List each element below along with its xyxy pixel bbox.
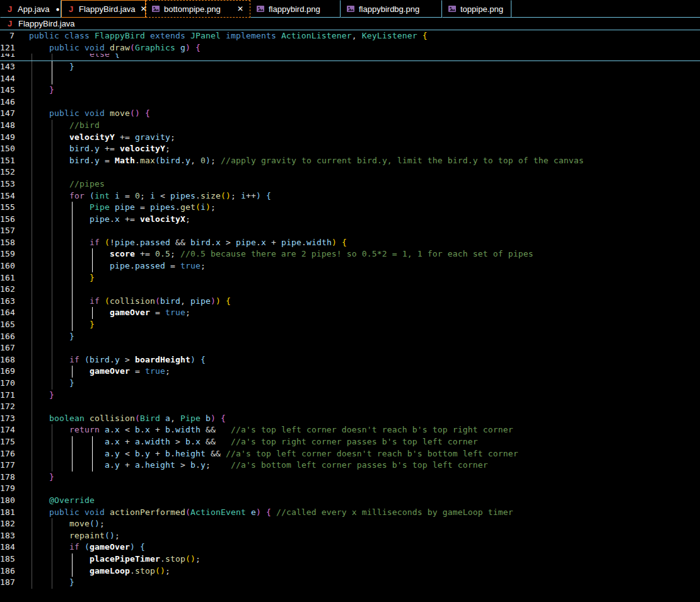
code-line[interactable]: 186 gameLoop.stop(); <box>0 565 700 577</box>
image-file-icon <box>256 5 265 13</box>
code-line[interactable]: 165 } <box>0 319 700 331</box>
code-line[interactable]: 161 } <box>0 272 700 284</box>
indent-guide <box>52 272 52 284</box>
line-number: 151 <box>0 155 15 167</box>
code-line[interactable]: 180 @Override <box>0 495 700 507</box>
code-line[interactable]: 7public class FlappyBird extends JPanel … <box>0 30 700 42</box>
code-line[interactable]: 143 } <box>0 61 700 73</box>
indent-guide <box>32 472 32 483</box>
code-lines[interactable]: 143 }144145 }146147 public void move() {… <box>0 61 700 589</box>
line-number: 155 <box>0 202 15 214</box>
tab-FlappyBird.java[interactable]: JFlappyBird.java✕ <box>61 0 146 18</box>
code-line[interactable]: 159 score += 0.5; //0.5 because there ar… <box>0 248 700 260</box>
indent-guide <box>72 214 73 226</box>
code-line[interactable]: 179 <box>0 483 700 495</box>
code-line[interactable]: 148 //bird <box>0 120 700 132</box>
indent-guide <box>32 378 32 390</box>
code-line[interactable]: 170 } <box>0 378 700 390</box>
code-line[interactable]: 187 } <box>0 577 700 589</box>
code-line[interactable]: 155 Pipe pipe = pipes.get(i); <box>0 202 700 214</box>
code-line[interactable]: 169 gameOver = true; <box>0 366 700 378</box>
indent-guide <box>52 565 52 577</box>
code-line[interactable]: 174 return a.x < b.x + b.width && //a's … <box>0 424 700 436</box>
code-editor[interactable]: 7public class FlappyBird extends JPanel … <box>0 30 700 589</box>
tab-flappybird.png[interactable]: flappybird.png <box>250 0 341 18</box>
tab-label: flappybird.png <box>269 4 335 14</box>
line-number: 147 <box>0 108 15 120</box>
code-line[interactable]: 153 //pipes <box>0 178 700 190</box>
code-line[interactable]: 146 <box>0 96 700 108</box>
code-text: else { <box>29 54 700 61</box>
indent-guide <box>72 448 73 460</box>
tab-label: bottompipe.png <box>164 4 232 14</box>
code-line[interactable]: 152 <box>0 166 700 178</box>
tab-toppipe.png[interactable]: toppipe.png <box>442 0 511 18</box>
line-number: 170 <box>0 378 15 390</box>
indent-guide <box>52 120 52 132</box>
code-line[interactable]: 166 } <box>0 331 700 343</box>
line-number: 177 <box>0 460 15 472</box>
indent-guide <box>32 260 32 272</box>
breadcrumb[interactable]: J FlappyBird.java <box>0 18 700 30</box>
code-line[interactable]: 175 a.x + a.width > b.x && //a's top rig… <box>0 436 700 448</box>
tab-close-icon[interactable]: ✕ <box>236 4 245 13</box>
indent-guide <box>32 178 32 190</box>
code-line[interactable]: 163 if (collision(bird, pipe)) { <box>0 296 700 308</box>
code-line[interactable]: 149 velocityY += gravity; <box>0 132 700 144</box>
indent-guide <box>32 284 32 296</box>
code-line[interactable]: 157 <box>0 225 700 237</box>
code-line[interactable]: 160 pipe.passed = true; <box>0 260 700 272</box>
code-line[interactable]: 141 else { <box>0 54 700 61</box>
indent-guide <box>32 342 32 354</box>
indent-guide <box>52 260 52 272</box>
tab-flappybirdbg.png[interactable]: flappybirdbg.png <box>341 0 442 18</box>
code-line[interactable]: 144 <box>0 73 700 85</box>
code-line[interactable]: 158 if (!pipe.passed && bird.x > pipe.x … <box>0 237 700 249</box>
code-text: } <box>29 61 700 73</box>
code-line[interactable]: 167 <box>0 342 700 354</box>
indent-guide <box>52 155 52 167</box>
code-line[interactable]: 182 move(); <box>0 518 700 530</box>
code-line[interactable]: 121 public void draw(Graphics g) { <box>0 42 700 54</box>
code-line[interactable]: 154 for (int i = 0; i < pipes.size(); i+… <box>0 190 700 202</box>
code-line[interactable]: 184 if (gameOver) { <box>0 541 700 553</box>
line-number: 173 <box>0 413 15 425</box>
line-number: 167 <box>0 342 15 354</box>
code-line[interactable]: 178 } <box>0 472 700 483</box>
code-line[interactable]: 164 gameOver = true; <box>0 307 700 319</box>
code-line[interactable]: 176 a.y < b.y + b.height && //a's top le… <box>0 448 700 460</box>
tab-App.java[interactable]: JApp.java● <box>0 0 61 18</box>
line-number: 156 <box>0 214 15 226</box>
code-line[interactable]: 168 if (bird.y > boardHeight) { <box>0 354 700 366</box>
indent-guide <box>32 84 32 96</box>
indent-guide <box>52 214 52 226</box>
line-number: 185 <box>0 553 15 565</box>
indent-guide <box>32 448 32 460</box>
indent-guide <box>72 366 73 378</box>
indent-guide <box>32 436 32 448</box>
code-line[interactable]: 183 repaint(); <box>0 530 700 542</box>
code-text: } <box>29 472 700 483</box>
code-line[interactable]: 151 bird.y = Math.max(bird.y, 0); //appl… <box>0 155 700 167</box>
code-line[interactable]: 147 public void move() { <box>0 108 700 120</box>
code-line[interactable]: 156 pipe.x += velocityX; <box>0 214 700 226</box>
code-line[interactable]: 173 boolean collision(Bird a, Pipe b) { <box>0 413 700 425</box>
indent-guide <box>52 366 52 378</box>
code-line[interactable]: 162 <box>0 284 700 296</box>
code-line[interactable]: 181 public void actionPerformed(ActionEv… <box>0 507 700 519</box>
code-line[interactable]: 172 <box>0 401 700 413</box>
code-line[interactable]: 177 a.y + a.height > b.y; //a's bottom l… <box>0 460 700 472</box>
indent-guide <box>52 178 52 190</box>
code-line[interactable]: 150 bird.y += velocityY; <box>0 143 700 155</box>
code-line[interactable]: 145 } <box>0 84 700 96</box>
indent-guide <box>32 155 32 167</box>
code-text: public class FlappyBird extends JPanel i… <box>29 30 700 42</box>
tab-bottompipe.png[interactable]: bottompipe.png✕ <box>146 0 250 18</box>
code-line[interactable]: 185 placePipeTimer.stop(); <box>0 553 700 565</box>
line-number: 176 <box>0 448 15 460</box>
indent-guide <box>32 354 32 366</box>
code-text <box>29 483 700 495</box>
java-file-icon: J <box>6 19 14 28</box>
sticky-scroll[interactable]: 7public class FlappyBird extends JPanel … <box>0 30 700 61</box>
code-line[interactable]: 171 } <box>0 390 700 402</box>
